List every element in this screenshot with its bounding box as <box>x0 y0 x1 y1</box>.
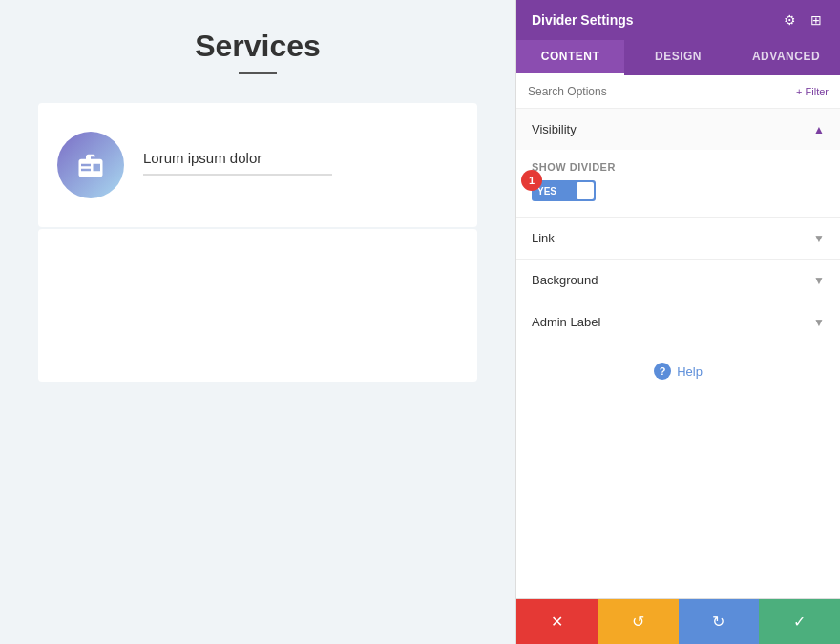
help-section: ? Help <box>516 343 840 399</box>
section-admin-label-title: Admin Label <box>532 315 600 329</box>
chevron-down-icon-link: ▼ <box>813 232 825 245</box>
service-card: Lorum ipsum dolor <box>38 103 477 227</box>
tab-advanced[interactable]: Advanced <box>732 40 840 75</box>
page-preview: Services Lorum ipsum dolor <box>0 0 515 644</box>
service-card-title: Lorum ipsum dolor <box>143 150 458 166</box>
tab-content[interactable]: Content <box>516 40 624 75</box>
settings-tabs: Content Design Advanced <box>516 40 840 75</box>
toggle-row: 1 YES <box>532 180 825 201</box>
briefcase-icon <box>76 151 105 179</box>
settings-header-icons: ⚙ ⊞ <box>781 11 825 29</box>
help-icon: ? <box>654 363 671 380</box>
settings-body: Visibility ▲ Show Divider 1 YES Link ▼ <box>516 109 840 598</box>
toggle-switch[interactable] <box>561 180 596 201</box>
section-background-header[interactable]: Background ▼ <box>516 260 840 301</box>
section-link-header[interactable]: Link ▼ <box>516 218 840 259</box>
section-link: Link ▼ <box>516 218 840 260</box>
settings-grid-icon[interactable]: ⊞ <box>808 11 825 29</box>
search-bar: + Filter <box>516 75 840 109</box>
filter-button[interactable]: + Filter <box>796 86 829 97</box>
page-title: Services <box>195 29 321 64</box>
chevron-down-icon-admin: ▼ <box>813 316 825 329</box>
show-divider-label: Show Divider <box>532 161 825 173</box>
settings-gear-icon[interactable]: ⚙ <box>781 11 798 29</box>
badge-1: 1 <box>521 170 542 191</box>
save-button[interactable]: ✓ <box>759 599 840 644</box>
section-background: Background ▼ <box>516 260 840 301</box>
service-text: Lorum ipsum dolor <box>143 150 458 181</box>
chevron-up-icon: ▲ <box>813 123 825 136</box>
settings-footer: ✕ ↺ ↻ ✓ <box>516 598 840 644</box>
section-admin-label-header[interactable]: Admin Label ▼ <box>516 301 840 343</box>
redo-button[interactable]: ↻ <box>679 599 760 644</box>
search-input[interactable] <box>528 75 796 108</box>
chevron-down-icon-background: ▼ <box>813 274 825 287</box>
tab-design[interactable]: Design <box>624 40 732 75</box>
service-text-line <box>143 174 332 176</box>
cancel-button[interactable]: ✕ <box>516 599 598 644</box>
section-admin-label: Admin Label ▼ <box>516 301 840 343</box>
help-link[interactable]: Help <box>677 364 703 379</box>
section-background-title: Background <box>532 273 598 287</box>
section-visibility-header[interactable]: Visibility ▲ <box>516 109 840 150</box>
service-card-bottom <box>38 229 477 382</box>
settings-title: Divider Settings <box>532 12 634 28</box>
settings-header: Divider Settings ⚙ ⊞ <box>516 0 840 40</box>
service-icon-circle <box>57 132 124 198</box>
settings-panel: Divider Settings ⚙ ⊞ Content Design Adva… <box>515 0 840 644</box>
section-visibility-title: Visibility <box>532 122 577 136</box>
section-link-title: Link <box>532 231 555 245</box>
reset-button[interactable]: ↺ <box>598 599 679 644</box>
section-visibility-content: Show Divider 1 YES <box>516 150 840 217</box>
title-underline <box>239 72 277 74</box>
section-visibility: Visibility ▲ Show Divider 1 YES <box>516 109 840 218</box>
